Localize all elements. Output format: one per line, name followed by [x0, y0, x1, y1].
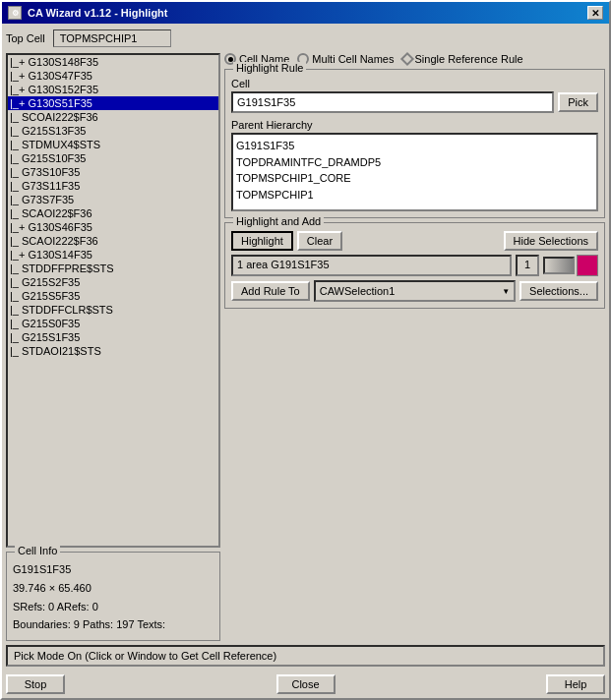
tree-item[interactable]: |_ STDMUX4$STS: [8, 138, 218, 151]
cell-input-row: Pick: [231, 91, 598, 113]
footer-close-button[interactable]: Close: [276, 674, 336, 694]
pick-button[interactable]: Pick: [558, 92, 598, 112]
help-button[interactable]: Help: [546, 674, 605, 694]
selections-button[interactable]: Selections...: [519, 281, 598, 301]
diamond-single-ref: [399, 52, 413, 66]
middle-area: |_+ G130S148F35|_+ G130S47F35|_+ G130S15…: [6, 53, 605, 548]
stop-button[interactable]: Stop: [6, 674, 65, 694]
add-rule-button[interactable]: Add Rule To: [231, 281, 310, 301]
highlight-rule-group: Highlight Rule Cell Pick Parent Hierarch…: [224, 69, 605, 218]
color-slider-container: [543, 255, 598, 276]
tree-item[interactable]: |_+ G130S152F35: [8, 83, 218, 96]
tab-multi-cell-label: Multi Cell Names: [312, 53, 394, 65]
hierarchy-item: TOPDRAMINTFC_DRAMDP5: [236, 154, 593, 171]
area-row: 1 area G191S1F35 1: [231, 255, 598, 276]
cell-info-srefs: SRefs: 0 ARefs: 0: [13, 598, 214, 616]
tree-item[interactable]: |_ G73S11F35: [8, 179, 218, 193]
color-box: [577, 255, 598, 276]
tree-item[interactable]: |_ SCAOI222$F36: [8, 234, 218, 248]
tree-item[interactable]: |_ SCOAI222$F36: [8, 110, 218, 124]
tree-panel: |_+ G130S148F35|_+ G130S47F35|_+ G130S15…: [6, 53, 220, 548]
tree-item[interactable]: |_ G215S1F35: [8, 330, 218, 344]
hide-selections-button[interactable]: Hide Selections: [504, 231, 598, 251]
status-text: Pick Mode On (Click or Window to Get Cel…: [14, 650, 276, 662]
hierarchy-item: TOPMSPCHIP1: [236, 187, 593, 204]
cell-info-dimensions: 39.746 × 65.460: [13, 579, 214, 598]
main-content: Top Cell TOPMSPCHIP1 |_+ G130S148F35|_+ …: [2, 24, 609, 671]
dropdown-value: CAWSelection1: [320, 285, 396, 297]
top-cell-row: Top Cell TOPMSPCHIP1: [6, 28, 605, 49]
hierarchy-item: G191S1F35: [236, 138, 593, 154]
cell-info-boundaries: Boundaries: 9 Paths: 197 Texts:: [13, 615, 214, 634]
tree-item[interactable]: |_ G73S10F35: [8, 165, 218, 179]
hierarchy-box: G191S1F35TOPDRAMINTFC_DRAMDP5TOPMSPCHIP1…: [231, 133, 598, 211]
right-panel: Cell Name Multi Cell Names Single Refere…: [224, 53, 605, 548]
window-title: CA Wizard v1.12 - Highlight: [28, 7, 168, 19]
tree-item[interactable]: |_ STDDFFCLR$STS: [8, 303, 218, 317]
tree-item[interactable]: |_ G215S2F35: [8, 275, 218, 289]
main-window: ⚙ CA Wizard v1.12 - Highlight ✕ Top Cell…: [0, 0, 611, 700]
cell-label: Cell: [231, 78, 598, 89]
cell-info-name: G191S1F35: [13, 560, 214, 579]
hierarchy-item: TOPMSPCHIP1_CORE: [236, 170, 593, 187]
tab-multi-cell[interactable]: Multi Cell Names: [297, 53, 394, 65]
highlight-add-label: Highlight and Add: [233, 215, 324, 227]
area-input: 1 area G191S1F35: [231, 255, 512, 276]
cell-info-panel: Cell Info G191S1F35 39.746 × 65.460 SRef…: [6, 552, 220, 641]
tree-item[interactable]: |_ G215S0F35: [8, 317, 218, 330]
tree-item[interactable]: |_+ G130S51F35: [8, 96, 218, 110]
dropdown-arrow-icon: ▼: [502, 287, 510, 296]
tree-item[interactable]: |_ G73S7F35: [8, 193, 218, 206]
highlight-button[interactable]: Highlight: [231, 231, 293, 251]
cell-input[interactable]: [231, 91, 554, 113]
tree-item[interactable]: |_+ G130S148F35: [8, 55, 218, 69]
tab-single-ref[interactable]: Single Reference Rule: [402, 53, 523, 65]
color-slider[interactable]: [543, 257, 575, 274]
dropdown-input[interactable]: CAWSelection1 ▼: [314, 280, 516, 302]
top-cell-value: TOPMSPCHIP1: [53, 29, 171, 47]
tree-scroll[interactable]: |_+ G130S148F35|_+ G130S47F35|_+ G130S15…: [8, 55, 218, 546]
bottom-panels: Cell Info G191S1F35 39.746 × 65.460 SRef…: [6, 552, 605, 641]
area-num: 1: [516, 255, 539, 276]
title-bar: ⚙ CA Wizard v1.12 - Highlight ✕: [2, 2, 609, 24]
close-button[interactable]: ✕: [587, 6, 603, 20]
cell-info-label: Cell Info: [15, 545, 60, 556]
tree-item[interactable]: |_+ G130S46F35: [8, 220, 218, 234]
tree-item[interactable]: |_ SCAOI22$F36: [8, 206, 218, 220]
status-bar: Pick Mode On (Click or Window to Get Cel…: [6, 645, 605, 667]
highlight-rule-label: Highlight Rule: [233, 62, 306, 74]
top-cell-label: Top Cell: [6, 32, 45, 44]
add-rule-row: Add Rule To CAWSelection1 ▼ Selections..…: [231, 280, 598, 302]
highlight-add-group: Highlight and Add Highlight Clear Hide S…: [224, 222, 605, 309]
tree-item[interactable]: |_ STDAOI21$STS: [8, 344, 218, 358]
tree-item[interactable]: |_ G215S13F35: [8, 124, 218, 138]
tree-item[interactable]: |_ G215S10F35: [8, 151, 218, 165]
ha-buttons-row: Highlight Clear Hide Selections: [231, 231, 598, 251]
tree-item[interactable]: |_ STDDFFPRE$STS: [8, 262, 218, 275]
footer: Stop Close Help: [2, 671, 609, 698]
tree-item[interactable]: |_+ G130S47F35: [8, 69, 218, 83]
app-icon: ⚙: [8, 6, 22, 20]
parent-hierarchy-label: Parent Hierarchy: [231, 119, 598, 131]
clear-button[interactable]: Clear: [297, 231, 342, 251]
tab-single-ref-label: Single Reference Rule: [415, 53, 523, 65]
tree-item[interactable]: |_+ G130S14F35: [8, 248, 218, 262]
tree-item[interactable]: |_ G215S5F35: [8, 289, 218, 303]
